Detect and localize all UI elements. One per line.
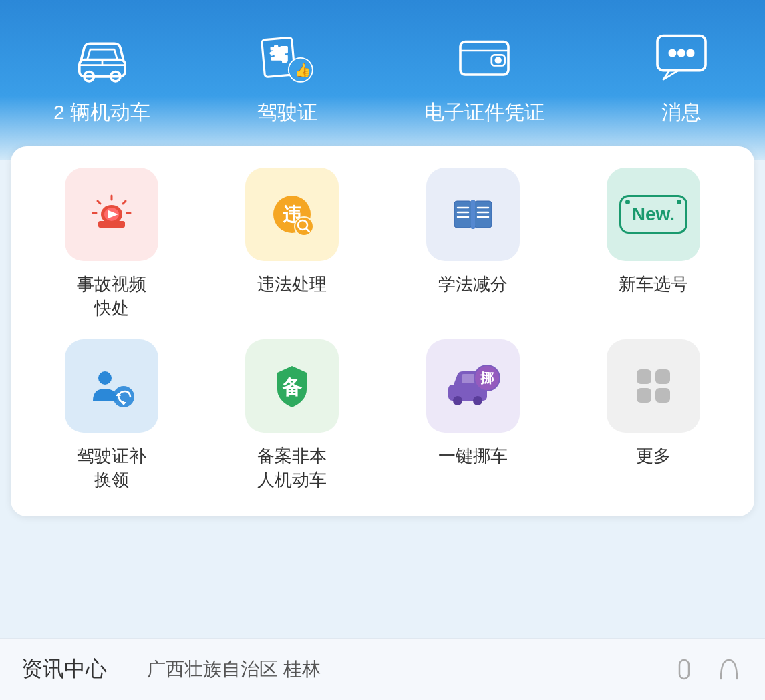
- ecert-label: 电子证件凭证: [424, 99, 545, 126]
- svg-text:挪: 挪: [480, 371, 494, 385]
- svg-rect-9: [460, 42, 508, 75]
- grid-item-accident[interactable]: 事故视频快处: [27, 168, 196, 321]
- main-card: 事故视频快处 违 违法处理: [11, 146, 754, 516]
- svg-rect-31: [474, 201, 492, 228]
- svg-point-13: [669, 50, 675, 56]
- header-item-vehicles[interactable]: 2 辆机动车: [53, 27, 150, 126]
- bottom-title: 资讯中心: [21, 655, 107, 684]
- study-label: 学法减分: [438, 272, 508, 296]
- svg-rect-54: [655, 388, 670, 403]
- backup-app-icon: 备: [245, 339, 339, 433]
- svg-point-11: [496, 58, 500, 63]
- svg-rect-52: [655, 369, 670, 384]
- svg-point-39: [98, 371, 112, 385]
- header-item-ecert[interactable]: 电子证件凭证: [424, 27, 545, 126]
- newcar-label: 新车选号: [619, 272, 688, 296]
- svg-rect-51: [637, 369, 651, 384]
- license-icon: 驾 👍: [257, 27, 317, 87]
- svg-point-45: [453, 396, 462, 405]
- vehicles-label: 2 辆机动车: [53, 99, 150, 126]
- svg-rect-55: [679, 660, 689, 679]
- bottom-icons: [674, 655, 744, 684]
- more-app-icon: [607, 339, 700, 433]
- violation-label: 违法处理: [257, 272, 327, 296]
- chat-icon: [651, 27, 712, 87]
- wallet-icon: [454, 27, 514, 87]
- license-replace-label: 驾驶证补换领: [77, 444, 146, 492]
- backup-label: 备案非本人机动车: [257, 444, 327, 492]
- svg-point-15: [687, 50, 694, 56]
- grid-item-newcar[interactable]: New. 新车选号: [569, 168, 738, 321]
- grid-item-study[interactable]: 学法减分: [388, 168, 558, 321]
- violation-app-icon: 违: [245, 168, 339, 261]
- bottom-location: 广西壮族自治区 桂林: [147, 657, 321, 682]
- findcar-label: 一键挪车: [438, 444, 508, 468]
- header-item-messages[interactable]: 消息: [651, 27, 712, 126]
- accident-app-icon: [65, 168, 158, 261]
- svg-text:👍: 👍: [295, 62, 311, 78]
- grid-item-violation[interactable]: 违 违法处理: [207, 168, 377, 321]
- more-label: 更多: [636, 444, 671, 468]
- findcar-app-icon: 挪: [426, 339, 520, 433]
- newcar-app-icon: New.: [607, 168, 700, 261]
- svg-point-14: [678, 50, 684, 56]
- header-item-license[interactable]: 驾 👍 驾驶证: [257, 27, 317, 126]
- svg-line-22: [98, 201, 100, 204]
- svg-point-46: [473, 396, 482, 405]
- bottom-icon-1: [674, 655, 704, 684]
- car-icon: [72, 27, 132, 87]
- messages-label: 消息: [661, 99, 702, 126]
- svg-rect-53: [637, 388, 651, 403]
- grid-item-backup[interactable]: 备 备案非本人机动车: [207, 339, 377, 492]
- header: 2 辆机动车 驾 👍 驾驶证 电子证件凭证: [0, 0, 765, 160]
- grid-item-license-replace[interactable]: 驾驶证补换领: [27, 339, 196, 492]
- accident-label: 事故视频快处: [77, 272, 146, 321]
- svg-text:驾: 驾: [270, 45, 287, 63]
- bottom-icon-2: [714, 655, 744, 684]
- svg-line-21: [123, 201, 126, 204]
- svg-rect-38: [471, 200, 475, 229]
- grid-item-findcar[interactable]: 挪 一键挪车: [388, 339, 558, 492]
- license-replace-app-icon: [65, 339, 158, 433]
- svg-text:备: 备: [281, 376, 303, 398]
- grid-item-more[interactable]: 更多: [569, 339, 738, 492]
- app-grid: 事故视频快处 违 违法处理: [27, 168, 738, 492]
- svg-rect-30: [454, 201, 472, 228]
- bottom-bar: 资讯中心 广西壮族自治区 桂林: [0, 638, 765, 700]
- license-label: 驾驶证: [257, 99, 317, 126]
- study-app-icon: [426, 168, 520, 261]
